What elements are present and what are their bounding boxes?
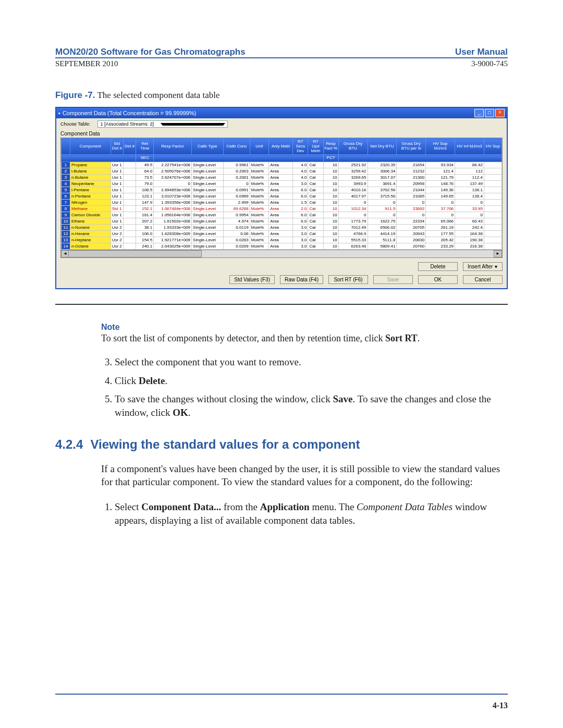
- close-icon[interactable]: ×: [495, 109, 505, 117]
- header-doctype: User Manual: [455, 47, 508, 57]
- step-4: Click Delete.: [115, 374, 508, 388]
- table-row[interactable]: 5i-PentaneUsr 1108.52.894853e+008Single-…: [62, 187, 502, 193]
- section-para: If a component's values have been change…: [101, 462, 508, 489]
- grid-header-cell: RT Secs Dev: [293, 139, 308, 155]
- note-block: Note To sort the list of components by d…: [101, 323, 508, 344]
- page-footer: [55, 694, 508, 695]
- steps-list-2: Select Component Data... from the Applic…: [101, 500, 508, 527]
- maximize-icon[interactable]: □: [485, 109, 494, 117]
- grid-header-cell: Ret Time: [136, 139, 154, 155]
- chevron-down-icon: ▾: [495, 264, 497, 269]
- grid-header-cell: HV Sup: [484, 139, 501, 155]
- grid-header-cell: Resp Factor: [154, 139, 192, 155]
- table-row[interactable]: 10EthaneUsr 1207.21.81502e+008Single-Lev…: [62, 218, 502, 225]
- figure-label: Figure -7.: [55, 90, 95, 100]
- note-label: Note: [101, 323, 120, 331]
- figure-caption: Figure -7. The selected component data t…: [55, 90, 508, 101]
- table-row[interactable]: 9Carbon DioxideUsr 1181.41.058164e+008Si…: [62, 212, 502, 218]
- component-grid[interactable]: ComponentStd Det #Det #Ret TimeResp Fact…: [60, 138, 503, 250]
- app-icon: ▪: [58, 110, 60, 116]
- sort-rt-button[interactable]: Sort RT (F6): [328, 275, 368, 284]
- ok-button[interactable]: OK: [418, 275, 458, 284]
- window-title: Component Data (Total Concentration = 99…: [63, 110, 197, 116]
- table-row[interactable]: 6n-PentaneUsr 1123.13.010723e+008Single-…: [62, 193, 502, 200]
- grid-header-cell: Calib Conc: [223, 139, 250, 155]
- grid-header-cell: Gross Dry BTU: [338, 139, 368, 155]
- section-title: Viewing the standard values for a compon…: [90, 437, 360, 452]
- grid-subheader: SECPCT: [62, 155, 502, 162]
- header-date: SEPTEMBER 2010: [55, 59, 118, 68]
- table-row[interactable]: 4NeopentaneUsr 179.00Single-Level0Mole%A…: [62, 181, 502, 187]
- std-values-button[interactable]: Std Values (F3): [229, 275, 275, 284]
- figure-caption-text: The selected component data table: [97, 90, 219, 100]
- delete-button[interactable]: Delete: [418, 262, 458, 271]
- steps-list: Select the component that you want to re…: [101, 355, 508, 419]
- grid-header-cell: Resp Fact %: [323, 139, 338, 155]
- step-5: To save the changes without closing the …: [115, 392, 508, 419]
- grid-header-cell: HV Sup MJ/m3: [426, 139, 455, 155]
- grid-header-cell: Std Det #: [111, 139, 123, 155]
- header-docnum: 3-9000-745: [471, 59, 508, 68]
- grid-header-cell: Net Dry BTU: [368, 139, 397, 155]
- raw-data-button[interactable]: Raw Data (F4): [280, 275, 323, 284]
- table-row[interactable]: 7NitrogenUsr 1147.91.393356e+008Single-L…: [62, 200, 502, 206]
- page-number: 4-13: [493, 701, 508, 710]
- scroll-thumb[interactable]: [68, 250, 202, 257]
- cancel-button[interactable]: Cancel: [463, 275, 503, 284]
- grid-section-label: Component Data: [56, 130, 507, 138]
- horizontal-scrollbar[interactable]: ◄ ►: [60, 250, 503, 258]
- grid-header-cell: Gross Dry BTU per lb: [397, 139, 426, 155]
- choose-table-label: Choose Table:: [60, 121, 90, 127]
- table-row[interactable]: 8MethaneStd 1152.11.067484e+008Single-Le…: [62, 206, 502, 212]
- step-1: Select Component Data... from the Applic…: [115, 500, 508, 527]
- page-subheader: SEPTEMBER 2010 3-9000-745: [55, 59, 508, 68]
- page-header: MON20/20 Software for Gas Chromatographs…: [55, 47, 508, 58]
- table-row[interactable]: 13n-HeptaneUsr 2154.51.921771e+009Single…: [62, 237, 502, 243]
- minimize-icon[interactable]: _: [474, 109, 484, 117]
- table-row[interactable]: 14n-OctaneUsr 2240.12.043025e+009Single-…: [62, 243, 502, 250]
- save-button[interactable]: Save: [373, 275, 413, 284]
- section-heading: 4.2.4 Viewing the standard values for a …: [55, 437, 508, 452]
- insert-after-button[interactable]: Insert After▾: [463, 262, 503, 271]
- table-row[interactable]: 11n-NonaneUsr 238.11.93333e+009Single-Le…: [62, 225, 502, 231]
- grid-header-cell: [62, 139, 70, 155]
- component-data-window: ▪ Component Data (Total Concentration = …: [55, 107, 508, 289]
- grid-header-cell: Unit: [250, 139, 268, 155]
- grid-header-cell: RT Upd Meth: [308, 139, 323, 155]
- title-bar: ▪ Component Data (Total Concentration = …: [56, 108, 507, 118]
- chevron-down-icon: [161, 123, 225, 126]
- table-row[interactable]: 1PropaneUsr 149.52.227541e+008Single-Lev…: [62, 162, 502, 168]
- choose-table-dropdown[interactable]: 1 [Associated Streams: 2]: [97, 120, 228, 128]
- grid-header-cell: Anly Meth: [269, 139, 293, 155]
- choose-table-value: 1 [Associated Streams: 2]: [100, 121, 161, 127]
- grid-header-cell: Component: [70, 139, 111, 155]
- table-row[interactable]: 12n-HexaneUsr 2106.01.628308e+009Single-…: [62, 231, 502, 237]
- grid-header-cell: Det #: [123, 139, 136, 155]
- grid-header-cell: HV Inf MJ/m3: [455, 139, 484, 155]
- header-product: MON20/20 Software for Gas Chromatographs: [55, 47, 246, 57]
- step-3: Select the component that you want to re…: [115, 355, 508, 369]
- section-number: 4.2.4: [55, 437, 83, 452]
- table-row[interactable]: 2i-ButaneUsr 164.02.505076e+008Single-Le…: [62, 168, 502, 175]
- scroll-right-icon[interactable]: ►: [494, 250, 502, 257]
- grid-header-cell: Calib Type: [192, 139, 224, 155]
- grid-header: ComponentStd Det #Det #Ret TimeResp Fact…: [62, 139, 502, 155]
- divider: [55, 304, 508, 305]
- table-row[interactable]: 3n-ButaneUsr 173.52.624707e+008Single-Le…: [62, 175, 502, 181]
- note-text: To sort the list of components by detect…: [101, 333, 508, 344]
